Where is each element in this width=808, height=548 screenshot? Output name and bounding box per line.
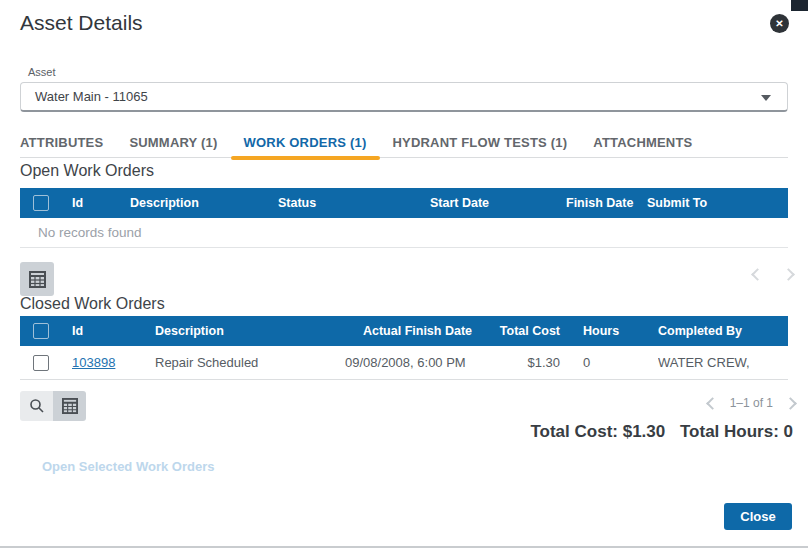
table-row: 103898 Repair Scheduled 09/08/2008, 6:00… [20, 346, 788, 380]
select-all-cell [20, 323, 72, 339]
column-header-finish-date: Finish Date [566, 196, 647, 210]
grid-view-button[interactable] [20, 262, 54, 296]
total-cost-value: Total Cost: $1.30 [530, 422, 665, 441]
closed-work-orders-heading: Closed Work Orders [20, 295, 165, 313]
column-header-total-cost: Total Cost [490, 324, 570, 338]
open-work-orders-header-row: Id Description Status Start Date Finish … [20, 188, 788, 218]
tab-summary[interactable]: SUMMARY (1) [129, 133, 217, 157]
grid-view-icon [29, 271, 46, 288]
asset-select[interactable]: Water Main - 11065 [20, 82, 788, 112]
tab-attributes[interactable]: ATTRIBUTES [20, 133, 103, 157]
background-page-fragment [791, 0, 808, 11]
row-hours: 0 [570, 355, 658, 370]
grid-view-icon [62, 398, 78, 414]
column-header-submit-to: Submit To [647, 196, 788, 210]
chevron-left-icon[interactable] [706, 397, 719, 410]
open-work-orders-heading: Open Work Orders [20, 162, 154, 180]
select-all-cell [20, 195, 72, 211]
view-toggle-group [20, 391, 86, 421]
no-records-message: No records found [20, 218, 788, 248]
work-order-id-link[interactable]: 103898 [72, 355, 115, 370]
row-select-cell [20, 355, 72, 371]
closed-work-orders-pager: 1–1 of 1 [708, 396, 795, 410]
tab-work-orders[interactable]: WORK ORDERS (1) [244, 133, 367, 157]
tab-hydrant-flow-tests[interactable]: HYDRANT FLOW TESTS (1) [392, 133, 567, 157]
column-header-description: Description [155, 324, 345, 338]
row-total-cost: $1.30 [490, 355, 570, 370]
pagination-label: 1–1 of 1 [730, 396, 773, 410]
total-hours-value: Total Hours: 0 [680, 422, 793, 441]
asset-select-value: Water Main - 11065 [35, 89, 148, 104]
column-header-description: Description [130, 196, 278, 210]
column-header-completed-by: Completed By [658, 324, 788, 338]
open-work-orders-pager [753, 270, 793, 279]
search-icon [29, 398, 45, 414]
chevron-down-icon [761, 95, 771, 101]
asset-details-dialog: Asset Details ✕ Asset Water Main - 11065… [0, 0, 808, 548]
column-header-id: Id [72, 196, 130, 210]
column-header-start-date: Start Date [430, 196, 566, 210]
asset-select-label: Asset [28, 66, 56, 78]
closed-work-orders-header-row: Id Description Actual Finish Date Total … [20, 316, 788, 346]
column-header-status: Status [278, 196, 430, 210]
row-checkbox[interactable] [33, 355, 49, 371]
close-icon[interactable]: ✕ [770, 14, 789, 33]
tab-bar: ATTRIBUTES SUMMARY (1) WORK ORDERS (1) H… [20, 133, 788, 158]
row-actual-finish-date: 09/08/2008, 6:00 PM [345, 355, 490, 370]
totals-summary: Total Cost: $1.30 Total Hours: 0 [530, 422, 793, 442]
page-title: Asset Details [20, 11, 143, 35]
tab-attachments[interactable]: ATTACHMENTS [593, 133, 692, 157]
select-all-checkbox[interactable] [33, 323, 49, 339]
chevron-left-icon[interactable] [751, 268, 764, 281]
grid-view-button[interactable] [53, 391, 86, 421]
search-button[interactable] [20, 391, 53, 421]
column-header-actual-finish-date: Actual Finish Date [345, 324, 490, 338]
select-all-checkbox[interactable] [33, 195, 49, 211]
row-completed-by: WATER CREW, [658, 355, 788, 370]
column-header-id: Id [72, 324, 155, 338]
close-button[interactable]: Close [724, 503, 792, 530]
chevron-right-icon[interactable] [784, 397, 797, 410]
open-selected-work-orders-link[interactable]: Open Selected Work Orders [42, 459, 214, 474]
row-description: Repair Scheduled [155, 355, 345, 370]
column-header-hours: Hours [570, 324, 658, 338]
chevron-right-icon[interactable] [782, 268, 795, 281]
